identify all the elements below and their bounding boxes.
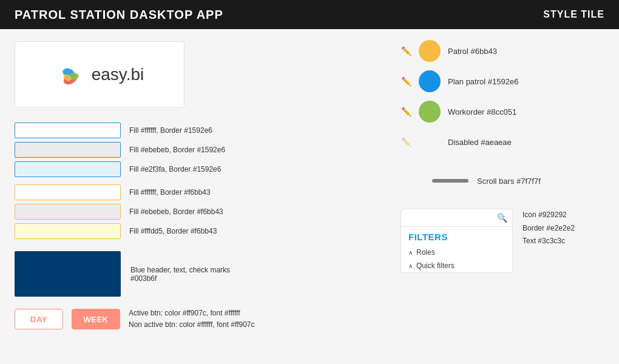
blue-swatch-row: Blue header, text, check marks #003b6f [15, 251, 374, 297]
color-dot-plan-patrol [419, 70, 441, 92]
filter-item-quick-filters[interactable]: ∧ Quick filters [401, 259, 512, 272]
scroll-bar-row: Scroll bars #7f7f7f [401, 170, 607, 192]
filter-border-color: Border #e2e2e2 [523, 222, 575, 235]
pencil-icon-disabled: ✏️ [401, 136, 411, 147]
color-dot-patrol [419, 40, 441, 62]
active-btn-desc: Active btn: color #ff907c, font #ffffff [129, 309, 240, 317]
filter-search-bar[interactable]: 🔍 [401, 209, 512, 227]
dot-label-workorder: Workorder #8cc051 [448, 107, 516, 116]
pencil-icon-workorder: ✏️ [401, 106, 411, 117]
dot-row-workorder: ✏️ Workorder #8cc051 [401, 101, 607, 123]
filter-item-roles[interactable]: ∧ Roles [401, 246, 512, 259]
color-dot-workorder [419, 101, 441, 123]
swatch-label-2: Fill #ebebeb, Border #1592e6 [129, 146, 225, 154]
pencil-icon-plan-patrol: ✏️ [401, 76, 411, 87]
swatch-label-3: Fill #e2f3fa, Border #1592e6 [129, 165, 221, 174]
dot-label-plan-patrol: Plan patrol #1592e6 [448, 77, 518, 86]
swatch-label-1: Fill #ffffff, Border #1592e6 [129, 126, 212, 135]
scroll-placeholder [401, 170, 422, 192]
dot-label-patrol: Patrol #6bb43 [448, 47, 497, 56]
swatch-row-4: Fill #ffffff, Border #f6bb43 [15, 184, 374, 200]
dot-placeholder-disabled [419, 131, 441, 153]
swatch-label-4: Fill #ffffff, Border #f6bb43 [129, 188, 211, 197]
blue-swatch-hex: #003b6f [130, 274, 157, 283]
swatch-yellow-yellow [15, 223, 121, 239]
buttons-description: Active btn: color #ff907c, font #ffffff … [129, 308, 254, 331]
scroll-bar-visual [432, 179, 468, 183]
dot-row-disabled: ✏️ Disabled #aeaeae [401, 131, 607, 153]
filter-item-roles-label: Roles [416, 248, 435, 257]
logo-box: easy.bi [15, 41, 184, 108]
color-dots-section: ✏️ Patrol #6bb43 ✏️ Plan patrol #1592e6 … [401, 40, 607, 153]
filter-title: FILTERS [401, 227, 512, 246]
input-swatches: Fill #ffffff, Border #1592e6 Fill #ebebe… [15, 123, 374, 239]
swatch-label-6: Fill #fffdd5, Border #f6bb43 [129, 227, 217, 235]
main-content: easy.bi Fill #ffffff, Border #1592e6 Fil… [0, 29, 619, 364]
filter-item-quick-filters-label: Quick filters [416, 261, 455, 270]
swatch-grey-blue [15, 142, 121, 158]
app-header: PATROL STATION DASKTOP APP STYLE TILE [0, 0, 619, 29]
filter-icon-color: Icon #929292 [523, 209, 575, 222]
logo-icon [55, 59, 86, 90]
filter-legend: Icon #929292 Border #e2e2e2 Text #3c3c3c [523, 209, 575, 248]
left-panel: easy.bi Fill #ffffff, Border #1592e6 Fil… [0, 29, 388, 364]
style-tile-label: STYLE TILE [543, 9, 604, 20]
filter-widget: 🔍 FILTERS ∧ Roles ∧ Quick filters [401, 209, 513, 273]
inactive-btn-desc: Non active btn: color #ffffff, font #ff9… [129, 320, 254, 329]
swatch-row-5: Fill #ebebeb, Border #f6bb43 [15, 204, 374, 220]
swatch-row-3: Fill #e2f3fa, Border #1592e6 [15, 161, 374, 177]
week-button[interactable]: WEEK [72, 309, 120, 329]
header-title: PATROL STATION DASKTOP APP [15, 8, 223, 22]
filter-text-color: Text #3c3c3c [523, 235, 575, 248]
right-panel: ✏️ Patrol #6bb43 ✏️ Plan patrol #1592e6 … [388, 29, 619, 364]
buttons-row: DAY WEEK Active btn: color #ff907c, font… [15, 308, 374, 331]
blue-color-swatch [15, 251, 121, 297]
swatch-row-6: Fill #fffdd5, Border #f6bb43 [15, 223, 374, 239]
dot-label-disabled: Disabled #aeaeae [448, 138, 512, 147]
scroll-bar-label: Scroll bars #7f7f7f [477, 177, 541, 186]
swatch-row-2: Fill #ebebeb, Border #1592e6 [15, 142, 374, 158]
swatch-label-5: Fill #ebebeb, Border #f6bb43 [129, 207, 223, 216]
day-button[interactable]: DAY [15, 309, 63, 329]
swatch-row-1: Fill #ffffff, Border #1592e6 [15, 123, 374, 138]
dot-row-patrol: ✏️ Patrol #6bb43 [401, 40, 607, 62]
filter-section: 🔍 FILTERS ∧ Roles ∧ Quick filters Icon #… [401, 209, 607, 273]
dot-row-plan-patrol: ✏️ Plan patrol #1592e6 [401, 70, 607, 92]
pencil-icon-patrol: ✏️ [401, 46, 411, 56]
swatch-white-yellow [15, 184, 121, 200]
swatch-grey-yellow [15, 204, 121, 220]
swatch-white-blue [15, 123, 121, 138]
search-icon: 🔍 [497, 213, 507, 223]
swatch-lightblue-blue [15, 161, 121, 177]
logo: easy.bi [55, 59, 144, 90]
blue-swatch-label: Blue header, text, check marks [130, 266, 230, 274]
logo-text: easy.bi [92, 65, 144, 84]
chevron-up-icon-roles: ∧ [408, 249, 413, 256]
chevron-up-icon-quick-filters: ∧ [408, 263, 413, 269]
blue-swatch-desc: Blue header, text, check marks #003b6f [130, 266, 230, 283]
